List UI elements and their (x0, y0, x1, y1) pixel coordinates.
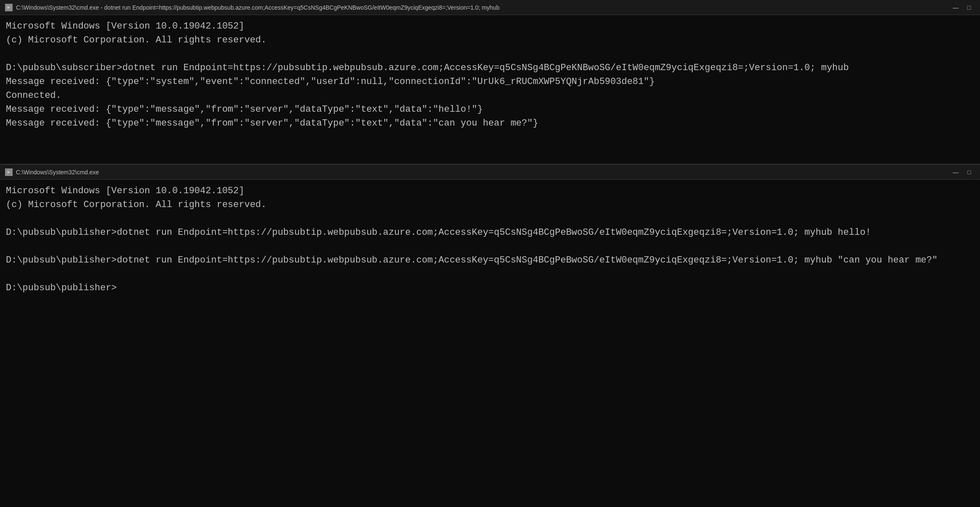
bottom-console-content: Microsoft Windows [Version 10.0.19042.10… (0, 180, 980, 507)
bottom-title-bar: ▶ C:\Windows\System32\cmd.exe — □ (0, 165, 980, 180)
bottom-window-title: C:\Windows\System32\cmd.exe (16, 169, 99, 176)
top-title-bar: ▶ C:\Windows\System32\cmd.exe - dotnet r… (0, 0, 980, 15)
top-terminal-window: ▶ C:\Windows\System32\cmd.exe - dotnet r… (0, 0, 980, 164)
bottom-maximize-button[interactable]: □ (963, 168, 975, 177)
bottom-window-controls: — □ (950, 168, 975, 177)
top-window-controls: — □ (950, 3, 975, 12)
top-title-bar-left: ▶ C:\Windows\System32\cmd.exe - dotnet r… (5, 4, 499, 11)
bottom-title-bar-left: ▶ C:\Windows\System32\cmd.exe (5, 168, 99, 176)
bottom-window-icon: ▶ (5, 168, 13, 176)
top-window-title: C:\Windows\System32\cmd.exe - dotnet run… (16, 4, 499, 11)
top-minimize-button[interactable]: — (950, 3, 962, 12)
top-console-content: Microsoft Windows [Version 10.0.19042.10… (0, 15, 980, 164)
bottom-terminal-window: ▶ C:\Windows\System32\cmd.exe — □ Micros… (0, 164, 980, 507)
top-window-icon: ▶ (5, 4, 13, 11)
top-maximize-button[interactable]: □ (963, 3, 975, 12)
bottom-minimize-button[interactable]: — (950, 168, 962, 177)
